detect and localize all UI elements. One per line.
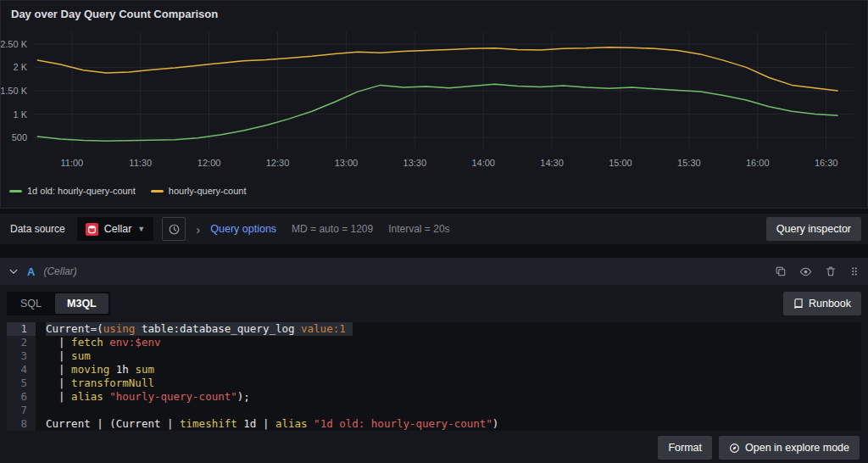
x-tick-label: 12:30: [266, 158, 290, 168]
x-tick-label: 14:00: [471, 158, 495, 168]
line-number: 3: [7, 349, 36, 363]
format-button[interactable]: Format: [658, 436, 712, 460]
chart-panel: Day over Day Query Count Comparison 11:0…: [0, 0, 868, 209]
series-line-0: [37, 84, 837, 141]
code-text[interactable]: | alias "hourly-query-count");: [36, 390, 861, 404]
x-tick-label: 16:00: [746, 158, 770, 168]
x-tick-label: 15:30: [677, 158, 701, 168]
code-line[interactable]: 3 | sum: [7, 349, 861, 363]
y-tick-label: 2.50 K: [1, 39, 28, 49]
y-tick-label: 1 K: [13, 109, 27, 120]
code-line[interactable]: 4 | moving 1h sum: [7, 363, 861, 377]
line-number: 5: [7, 377, 36, 390]
open-explore-button[interactable]: Open in explore mode: [719, 436, 860, 460]
open-explore-label: Open in explore mode: [745, 442, 849, 454]
query-letter[interactable]: A: [27, 265, 35, 278]
code-line[interactable]: 2 | fetch env:$env: [7, 336, 861, 349]
line-number: 6: [7, 390, 36, 404]
runbook-button[interactable]: Runbook: [783, 292, 861, 315]
legend-label: hourly-query-count: [169, 186, 247, 196]
drag-handle-icon[interactable]: [849, 265, 860, 277]
query-language-tabs: SQLM3QL: [7, 292, 110, 315]
x-tick-label: 14:30: [540, 158, 564, 168]
y-tick-label: 1.50 K: [1, 86, 28, 96]
code-text[interactable]: | fetch env:$env: [36, 336, 861, 349]
line-number: 7: [7, 404, 36, 417]
x-tick-label: 13:00: [335, 158, 359, 168]
recent-datasources-button[interactable]: [162, 217, 186, 241]
code-line[interactable]: 6 | alias "hourly-query-count");: [7, 390, 861, 404]
chart-legend: 1d old: hourly-query-counthourly-query-c…: [1, 185, 867, 197]
x-tick-label: 15:00: [609, 158, 632, 168]
code-line[interactable]: 1Current=(using table:database_query_log…: [7, 322, 861, 336]
query-body: SQLM3QL Runbook 1Current=(using table:da…: [0, 285, 868, 463]
x-tick-label: 11:30: [129, 158, 152, 168]
editor-actions: Format Open in explore mode: [7, 431, 861, 460]
query-options-toggle[interactable]: Query options: [210, 223, 276, 235]
tab-sql[interactable]: SQL: [8, 293, 53, 314]
chevron-right-icon[interactable]: ›: [196, 223, 200, 236]
data-source-value: Cellar: [104, 223, 132, 235]
legend-swatch: [151, 190, 164, 192]
runbook-book-icon: [793, 298, 804, 310]
collapse-query-icon[interactable]: [8, 266, 19, 276]
runbook-label: Runbook: [809, 298, 851, 310]
code-text[interactable]: Current | (Current | timeshift 1d | alia…: [36, 417, 861, 431]
panel-title[interactable]: Day over Day Query Count Comparison: [1, 1, 867, 22]
m3ql-code-editor[interactable]: 1Current=(using table:database_query_log…: [7, 322, 861, 431]
x-tick-label: 12:00: [198, 158, 221, 168]
code-text[interactable]: Current=(using table:database_query_log …: [36, 322, 861, 336]
code-line[interactable]: 8Current | (Current | timeshift 1d | ali…: [7, 417, 861, 431]
line-number: 4: [7, 363, 36, 377]
line-number: 2: [7, 336, 36, 349]
query-toolbar: Data source Cellar ▼ › Query options MD …: [0, 214, 868, 244]
legend-label: 1d old: hourly-query-count: [27, 186, 136, 196]
delete-query-icon[interactable]: [825, 265, 837, 277]
code-text[interactable]: [36, 404, 861, 417]
code-text[interactable]: | transformNull: [36, 377, 861, 390]
legend-swatch: [9, 190, 22, 192]
legend-item[interactable]: hourly-query-count: [151, 186, 247, 196]
y-tick-label: 2 K: [13, 62, 27, 72]
code-line[interactable]: 5 | transformNull: [7, 377, 861, 390]
query-row-actions: [775, 265, 860, 278]
chevron-down-icon: ▼: [137, 225, 145, 233]
code-text[interactable]: | moving 1h sum: [36, 363, 861, 377]
query-editor-section: A (Cellar) SQLM3QL Runbo: [0, 258, 868, 463]
x-tick-label: 16:30: [815, 158, 838, 168]
query-tabs-row: SQLM3QL Runbook: [7, 292, 861, 315]
x-tick-label: 11:00: [60, 158, 83, 168]
query-datasource-hint: (Cellar): [43, 265, 76, 277]
timeseries-chart[interactable]: 11:0011:3012:0012:3013:0013:3014:0014:30…: [1, 22, 860, 185]
series-line-1: [37, 47, 837, 91]
query-row-header: A (Cellar): [0, 258, 868, 285]
tab-m3ql[interactable]: M3QL: [55, 293, 108, 314]
cellar-datasource-icon: [86, 223, 98, 236]
x-tick-label: 13:30: [403, 158, 427, 168]
data-source-label: Data source: [7, 223, 69, 235]
history-clock-icon: [168, 223, 181, 236]
toggle-visibility-icon[interactable]: [799, 265, 812, 278]
y-tick-label: 500: [12, 132, 27, 142]
line-number: 8: [7, 417, 36, 431]
max-data-points-info: MD = auto = 1209: [292, 223, 373, 235]
query-inspector-button[interactable]: Query inspector: [766, 217, 861, 241]
code-text[interactable]: | sum: [36, 349, 861, 363]
explore-compass-icon: [729, 443, 740, 454]
data-source-picker[interactable]: Cellar ▼: [77, 217, 154, 241]
interval-info: Interval = 20s: [388, 223, 449, 235]
duplicate-query-icon[interactable]: [775, 265, 787, 277]
legend-item[interactable]: 1d old: hourly-query-count: [9, 186, 136, 196]
code-line[interactable]: 7: [7, 404, 861, 417]
line-number: 1: [7, 322, 36, 336]
